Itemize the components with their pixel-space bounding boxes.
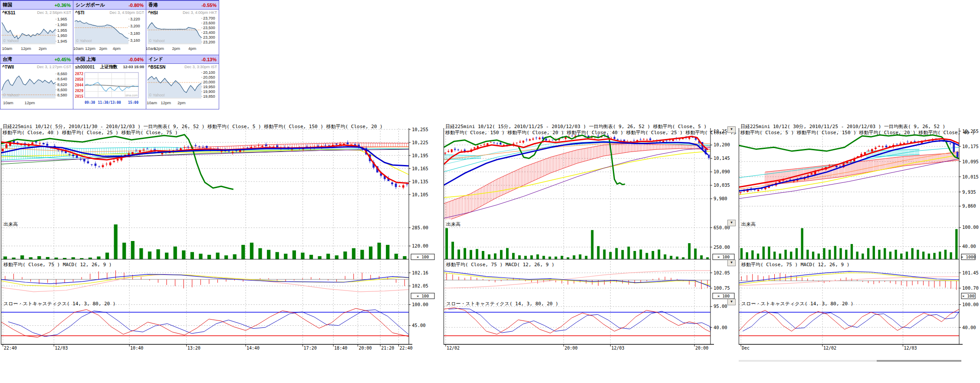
svg-text:10,145: 10,145 xyxy=(714,155,730,161)
chart-canvas[interactable]: 10,25510,20010,14510,09010,0359,980650.0… xyxy=(444,123,738,355)
market-symbol: ^TWII xyxy=(2,65,14,69)
svg-text:18:40: 18:40 xyxy=(334,346,347,350)
svg-text:2872: 2872 xyxy=(75,72,83,76)
svg-text:101.45: 101.45 xyxy=(962,270,979,275)
svg-text:10:40: 10:40 xyxy=(130,346,143,350)
chart-panel-nikkei225mini-5min: 日経225mini 10/12( 5分, 2010/11/30 - 2010/1… xyxy=(1,123,439,355)
price-section xyxy=(739,135,959,199)
market-change-percent: -0.13% xyxy=(201,57,217,62)
market-timestamp: Dec 3, 2:56pm KST xyxy=(37,10,71,15)
svg-text:102.05: 102.05 xyxy=(714,270,730,275)
svg-text:© Yahoo!: © Yahoo! xyxy=(149,93,165,97)
market-panel-header: 中国 上海-0.04% xyxy=(73,55,146,64)
market-panel-taiwan[interactable]: 台湾+0.45% ^TWIIDec 3, 1:27pm CST 8,6608,6… xyxy=(0,55,73,109)
svg-text:× 1000: × 1000 xyxy=(961,254,976,259)
market-name: 中国 上海 xyxy=(76,56,96,63)
volume-bars xyxy=(740,228,958,259)
market-panel-shanghai[interactable]: 中国 上海-0.04% sh000001上证指数12-03 15:00 2872… xyxy=(73,55,146,109)
chart-canvas[interactable]: 10,25510,22510,19510,16510,13510,105285.… xyxy=(1,123,439,355)
chevron-down-icon[interactable]: ▼ xyxy=(727,126,736,133)
svg-text:9,935: 9,935 xyxy=(962,189,976,195)
market-index-name: 上证指数 xyxy=(100,64,118,70)
chart-title: 日経225mini 10/12( 15分, 2010/11/25 - 2010/… xyxy=(445,123,737,130)
market-symbol: ^KS11 xyxy=(2,10,15,15)
svg-text:14:40: 14:40 xyxy=(247,346,260,350)
macd-section xyxy=(739,271,959,290)
svg-text:8,640: 8,640 xyxy=(57,77,67,81)
stochastics-section xyxy=(444,308,710,336)
market-panel-india[interactable]: インド-0.13% ^BSESNDec 3, 3:30pm IST 20,100… xyxy=(146,55,219,109)
svg-text:© Yahoo!: © Yahoo! xyxy=(149,39,165,43)
market-timestamp: Dec 3, 4:00pm HKT xyxy=(183,10,217,15)
market-panel-subheader: ^KS11Dec 3, 2:56pm KST xyxy=(0,10,73,16)
svg-text:2829: 2829 xyxy=(75,89,83,93)
market-timestamp: Dec 3, 3:30pm IST xyxy=(184,65,217,69)
market-symbol: ^BSESN xyxy=(148,65,165,69)
svg-text:23,500: 23,500 xyxy=(203,26,215,30)
svg-text:12/03: 12/03 xyxy=(55,346,68,350)
svg-text:12/03: 12/03 xyxy=(904,346,917,350)
stochastics-section xyxy=(1,308,409,337)
market-panel-header: 香港-0.55% xyxy=(146,1,219,10)
svg-text:40.00: 40.00 xyxy=(714,325,727,330)
chart-title: 日経225mini 10/12( 30分, 2010/11/25 - 2010/… xyxy=(740,123,978,130)
chart-panel-nikkei225mini-15min: 日経225mini 10/12( 15分, 2010/11/25 - 2010/… xyxy=(444,123,738,355)
svg-text:15:00: 15:00 xyxy=(128,101,138,105)
market-panel-header: 台湾+0.45% xyxy=(0,55,73,64)
market-timestamp: Dec 3, 4:59pm SGT xyxy=(109,10,144,15)
macd-section-label: 移動平均( Close, 75 ) MACD( 12, 26, 9 ) xyxy=(741,261,849,268)
chevron-down-icon[interactable]: ▼ xyxy=(727,260,736,266)
svg-text:10,035: 10,035 xyxy=(714,182,730,188)
sparkline-chart: 3,2203,2003,1803,16010am12pm2pm4pm© Yaho… xyxy=(73,16,146,55)
market-panel-subheader: sh000001上证指数12-03 15:00 xyxy=(73,64,146,70)
svg-text:10,175: 10,175 xyxy=(962,144,979,149)
chevron-down-icon[interactable]: ▼ xyxy=(727,220,736,226)
market-symbol: ^HSI xyxy=(148,10,158,15)
stochastics-section xyxy=(739,309,959,336)
svg-text:10,090: 10,090 xyxy=(714,169,730,174)
chevron-down-icon[interactable]: ▼ xyxy=(727,299,736,305)
market-name: 香港 xyxy=(148,2,158,8)
market-panel-hongkong[interactable]: 香港-0.55% ^HSIDec 3, 4:00pm HKT 23,70023,… xyxy=(146,1,219,55)
svg-text:20:00: 20:00 xyxy=(359,346,372,350)
svg-text:9,860: 9,860 xyxy=(962,203,976,208)
scrollbar-thumb[interactable] xyxy=(877,360,961,362)
svg-text:3,180: 3,180 xyxy=(130,31,140,36)
volume-section-label: 出来高 xyxy=(741,221,756,228)
svg-text:10,165: 10,165 xyxy=(412,166,428,171)
svg-text:sina.com: sina.com xyxy=(125,94,138,97)
svg-text:12pm: 12pm xyxy=(25,100,35,105)
svg-text:10am: 10am xyxy=(2,46,13,51)
svg-text:10,135: 10,135 xyxy=(412,179,428,184)
svg-text:250.00: 250.00 xyxy=(714,244,730,250)
sparkline-chart: 28722858284428292815sina.com09:3011:30/1… xyxy=(73,70,146,109)
svg-text:22:40: 22:40 xyxy=(400,346,413,350)
stochastics-section-label: スロー・ストキャスティクス( 14, 3, 80, 20 ) xyxy=(741,300,853,307)
svg-text:1,950: 1,950 xyxy=(57,33,67,38)
svg-text:20:00: 20:00 xyxy=(565,346,578,350)
svg-text:19,850: 19,850 xyxy=(203,94,215,99)
svg-text:× 100: × 100 xyxy=(717,294,730,298)
svg-text:2844: 2844 xyxy=(75,83,83,87)
svg-text:100.75: 100.75 xyxy=(714,285,730,291)
svg-text:8,580: 8,580 xyxy=(57,93,67,97)
sparkline-chart: 1,9651,9601,9551,9501,94510am12pm2pm© Ya… xyxy=(0,16,73,55)
svg-text:10,095: 10,095 xyxy=(962,159,979,164)
svg-text:17:20: 17:20 xyxy=(304,346,317,350)
market-name: 韓国 xyxy=(3,2,12,8)
market-panel-korea[interactable]: 韓国+0.36% ^KS11Dec 3, 2:56pm KST 1,9651,9… xyxy=(0,1,73,55)
market-change-percent: -0.04% xyxy=(128,57,144,62)
market-name: 台湾 xyxy=(3,56,12,63)
svg-text:21:20: 21:20 xyxy=(381,346,394,350)
market-panel-subheader: ^TWIIDec 3, 1:27pm CST xyxy=(0,64,73,70)
chart-canvas[interactable]: 10,25510,17510,09510,0159,9359,860100.00… xyxy=(739,123,979,355)
svg-text:20,000: 20,000 xyxy=(203,80,215,84)
svg-text:12pm: 12pm xyxy=(161,100,171,105)
svg-text:© Yahoo!: © Yahoo! xyxy=(3,39,19,43)
horizontal-scrollbar[interactable] xyxy=(739,360,961,362)
market-panel-singapore[interactable]: シンガポール-0.80% ^STIDec 3, 4:59pm SGT 3,220… xyxy=(73,1,146,55)
svg-text:1,960: 1,960 xyxy=(57,23,67,27)
chart-panel-nikkei225mini-30min: 日経225mini 10/12( 30分, 2010/11/25 - 2010/… xyxy=(739,123,979,355)
macd-section xyxy=(444,271,710,289)
market-panel-subheader: ^STIDec 3, 4:59pm SGT xyxy=(73,10,146,16)
